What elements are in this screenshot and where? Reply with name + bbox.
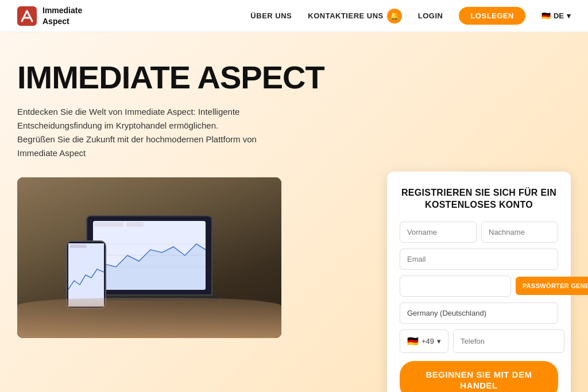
- registration-card: REGISTRIEREN SIE SICH FÜR EIN KOSTENLOSE…: [387, 172, 571, 392]
- phone-row: 🇩🇪 +49 ▾: [400, 329, 558, 353]
- email-input[interactable]: [400, 249, 558, 270]
- hero-content: REGISTRIEREN SIE SICH FÜR EIN KOSTENLOSE…: [17, 177, 571, 392]
- submit-button[interactable]: BEGINNEN SIE MIT DEM HANDEL: [400, 361, 558, 392]
- svg-rect-5: [94, 222, 123, 227]
- country-select[interactable]: Germany (Deutschland): [400, 302, 558, 324]
- hero-image: [17, 177, 281, 338]
- lang-label: DE: [554, 11, 564, 20]
- nachname-input[interactable]: [481, 222, 558, 243]
- password-input[interactable]: h0yvpweR8n: [400, 275, 511, 297]
- phone-code-label: +49: [421, 337, 434, 346]
- svg-rect-0: [17, 6, 37, 26]
- chevron-down-icon: ▾: [567, 11, 571, 20]
- password-row: h0yvpweR8n PASSWÖRTER GENERIEREN: [400, 275, 558, 297]
- phone-screen: [68, 243, 104, 306]
- phone-code-button[interactable]: 🇩🇪 +49 ▾: [400, 329, 448, 353]
- language-selector[interactable]: 🇩🇪 DE ▾: [541, 11, 571, 20]
- nav-login[interactable]: LOGIN: [418, 11, 443, 20]
- phone-input[interactable]: [453, 329, 564, 353]
- loslegen-button[interactable]: LOSLEGEN: [459, 7, 525, 25]
- vorname-input[interactable]: [400, 222, 477, 243]
- phone-chevron-icon: ▾: [437, 337, 441, 346]
- svg-rect-6: [126, 222, 144, 227]
- notification-bell-icon[interactable]: 🔔: [387, 9, 402, 24]
- hero-title: IMMEDIATE ASPECT: [17, 61, 571, 95]
- laptop-screen: [93, 221, 206, 290]
- nav-kontaktiere-uns[interactable]: KONTAKTIERE UNS: [308, 11, 383, 20]
- nav-ueber-uns[interactable]: ÜBER UNS: [250, 11, 292, 20]
- registration-title: REGISTRIEREN SIE SICH FÜR EIN KOSTENLOSE…: [400, 187, 558, 211]
- hero-image-background: [17, 177, 281, 338]
- brand-name: Immediate Aspect: [42, 5, 82, 26]
- hero-section: IMMEDIATE ASPECT Entdecken Sie die Welt …: [0, 32, 588, 392]
- nav-links: ÜBER UNS KONTAKTIERE UNS 🔔 LOGIN LOSLEGE…: [250, 7, 571, 25]
- name-row: [400, 222, 558, 243]
- generate-password-button[interactable]: PASSWÖRTER GENERIEREN: [516, 277, 588, 295]
- flag-de-phone-icon: 🇩🇪: [407, 336, 419, 347]
- hero-subtitle: Entdecken Sie die Welt von Immediate Asp…: [17, 105, 258, 160]
- hero-left-column: [17, 177, 370, 338]
- svg-rect-8: [69, 244, 87, 248]
- brand-logo-link[interactable]: Immediate Aspect: [17, 5, 82, 26]
- brand-logo-icon: [17, 6, 37, 26]
- flag-de-icon: 🇩🇪: [541, 11, 551, 20]
- navbar: Immediate Aspect ÜBER UNS KONTAKTIERE UN…: [0, 0, 588, 32]
